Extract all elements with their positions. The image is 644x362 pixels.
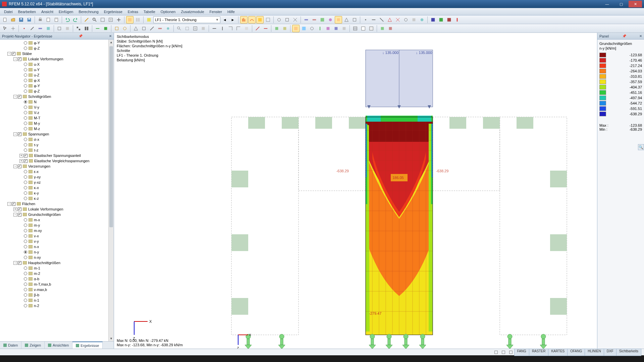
status-kartes[interactable]: KARTES — [548, 349, 568, 356]
tb2-s[interactable] — [219, 25, 226, 32]
save-button[interactable] — [17, 16, 25, 23]
menu-optionen[interactable]: Optionen — [158, 9, 178, 14]
tb2-t[interactable] — [227, 25, 234, 32]
tree-item[interactable]: -Schnittgrößen — [0, 94, 114, 99]
tb2-b[interactable] — [64, 25, 71, 32]
print-button[interactable] — [37, 16, 44, 23]
results-toggle-1[interactable] — [240, 16, 248, 23]
status-ofang[interactable]: OFANG — [567, 349, 585, 356]
results-toggle-4[interactable] — [264, 16, 272, 23]
load-case-combo[interactable]: LF1 - Theorie 1. Ordnung▼ — [153, 16, 220, 23]
tree-item[interactable]: M-T — [0, 115, 114, 121]
tb2-ad[interactable] — [316, 25, 324, 32]
tree-item[interactable]: σ-x — [0, 137, 114, 142]
nav-tab-zeigen[interactable]: Zeigen — [21, 342, 45, 349]
status-sichtbarkeits[interactable]: Sichtbarkeits — [616, 349, 641, 356]
tb2-ai[interactable] — [360, 25, 367, 32]
tb2-surface[interactable] — [45, 25, 52, 32]
tree-item[interactable]: τ-y — [0, 142, 114, 147]
tree-item[interactable]: m-2 — [0, 271, 114, 276]
tb1-k[interactable] — [362, 16, 369, 23]
lf-prev-button[interactable]: ◄ — [221, 16, 228, 23]
view-mode-2-button[interactable] — [134, 16, 142, 23]
menu-datei[interactable]: Datei — [1, 9, 15, 14]
tree-item[interactable]: -Spannungen — [0, 131, 114, 137]
tree-item[interactable]: γ-xz — [0, 180, 114, 185]
status-fang[interactable]: FANG — [514, 349, 529, 356]
tb2-a[interactable] — [56, 25, 63, 32]
tb2-n[interactable] — [175, 25, 183, 32]
tb2-al[interactable] — [387, 25, 394, 32]
tree-item[interactable]: v-x — [0, 233, 114, 239]
tree-item[interactable]: +Elastische Vergleichsspannungen — [0, 158, 114, 164]
tree-item[interactable]: M-y — [0, 121, 114, 126]
maximize-button[interactable]: ▢ — [614, 1, 628, 7]
tree-item[interactable]: τ-z — [0, 147, 114, 153]
tree-item[interactable]: β-b — [0, 292, 114, 298]
nav-tab-ergebnisse[interactable]: Ergebnisse — [72, 342, 103, 349]
status-dxf[interactable]: DXF — [604, 349, 616, 356]
tb1-v[interactable] — [453, 16, 461, 23]
tree-item[interactable]: κ-x — [0, 185, 114, 190]
results-toggle-2[interactable] — [248, 16, 256, 23]
tree-item[interactable]: n-y — [0, 249, 114, 255]
tb1-b[interactable] — [283, 16, 291, 23]
tb2-ae[interactable] — [324, 25, 332, 32]
zoom-all-button[interactable] — [107, 16, 114, 23]
tb2-w[interactable] — [254, 25, 261, 32]
tb1-l[interactable] — [370, 16, 377, 23]
navigator-tree[interactable]: φ-Yφ-Z-Stäbe-Lokale Verformungenu-Xu-Yu-… — [0, 40, 114, 341]
tb1-t[interactable] — [437, 16, 445, 23]
tree-item[interactable]: n-x — [0, 244, 114, 249]
tb1-r[interactable] — [418, 16, 426, 23]
tree-item[interactable]: M-z — [0, 126, 114, 131]
tree-item[interactable]: N — [0, 99, 114, 105]
tree-item[interactable]: -Lokale Verformungen — [0, 56, 114, 62]
open-button[interactable] — [9, 16, 17, 23]
tb1-g[interactable] — [327, 16, 334, 23]
tree-item[interactable]: v-max,b — [0, 287, 114, 292]
nav-tab-ansichten[interactable]: Ansichten — [45, 342, 72, 349]
tb2-o[interactable] — [183, 25, 191, 32]
print-preview-button[interactable] — [45, 16, 52, 23]
tree-item[interactable]: -Flächen — [0, 201, 114, 206]
tb2-f[interactable] — [102, 25, 109, 32]
tree-item[interactable]: V-y — [0, 105, 114, 110]
tb1-e[interactable] — [311, 16, 318, 23]
tb1-c[interactable] — [291, 16, 299, 23]
tb1-f[interactable] — [319, 16, 326, 23]
tree-item[interactable]: φ-Z — [0, 46, 114, 51]
tree-item[interactable]: α-b — [0, 276, 114, 282]
tb2-aa[interactable] — [292, 25, 300, 32]
tb1-i[interactable] — [343, 16, 350, 23]
pan-button[interactable] — [115, 16, 122, 23]
tb1-m[interactable] — [378, 16, 385, 23]
tree-item[interactable]: -Verzerrungen — [0, 164, 114, 169]
view-mode-1-button[interactable] — [126, 16, 133, 23]
tree-item[interactable]: φ-Y — [0, 83, 114, 88]
tb1-u[interactable] — [445, 16, 453, 23]
tb2-y[interactable] — [273, 25, 280, 32]
tb2-ah[interactable] — [352, 25, 359, 32]
nav-scrollbar[interactable]: ▲ ▼ — [108, 40, 114, 341]
tb2-r[interactable] — [211, 25, 218, 32]
tb2-x[interactable] — [262, 25, 269, 32]
tb2-move[interactable] — [9, 25, 17, 32]
tb2-z[interactable] — [281, 25, 288, 32]
tb2-m[interactable] — [164, 25, 172, 32]
tree-item[interactable]: +Lokale Verformungen — [0, 206, 114, 212]
tb2-i[interactable] — [132, 25, 140, 32]
menu-ergebnisse[interactable]: Ergebnisse — [101, 9, 125, 14]
tb1-j[interactable] — [351, 16, 358, 23]
zoom-button[interactable] — [91, 16, 98, 23]
tb1-p[interactable] — [402, 16, 410, 23]
tb2-af[interactable] — [332, 25, 340, 32]
save-as-button[interactable] — [25, 16, 33, 23]
viewport[interactable]: SichtbarkeitsmodusStäbe: Schnittgrößen N… — [114, 33, 597, 349]
tree-item[interactable]: V-z — [0, 110, 114, 115]
tree-item[interactable]: n-1 — [0, 298, 114, 303]
minimize-button[interactable]: — — [600, 1, 614, 7]
lf-next-button[interactable]: ► — [229, 16, 236, 23]
tb2-ab[interactable] — [300, 25, 308, 32]
tree-item[interactable]: n-2 — [0, 303, 114, 308]
